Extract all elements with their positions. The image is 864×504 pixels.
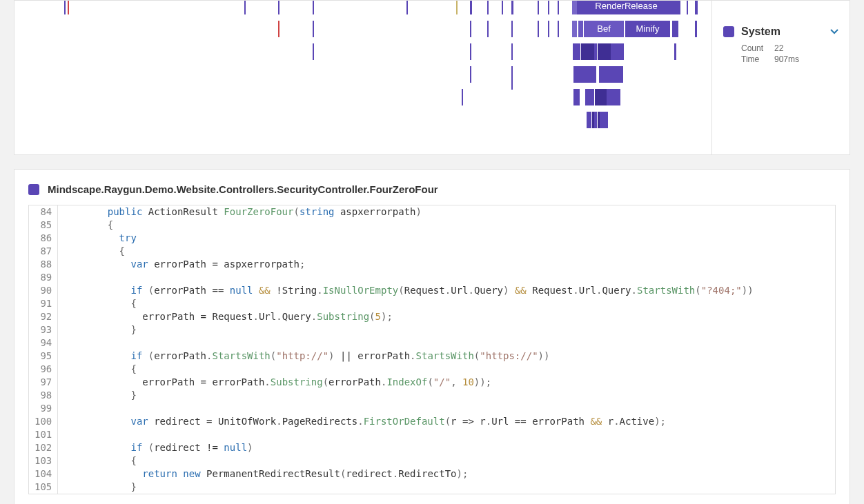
code-view: 8485868788899091929394959697989910010110… — [28, 205, 836, 494]
flame-tick — [511, 66, 513, 90]
flame-tick — [687, 1, 688, 14]
flame-sidebar: System Count 22 Time 907ms — [711, 1, 850, 154]
flame-tick — [462, 89, 463, 105]
flame-tick — [695, 1, 698, 14]
flame-tick — [538, 21, 539, 37]
code-title: Mindscape.Raygun.Demo.Website.Controller… — [48, 183, 438, 195]
flame-tick — [64, 1, 66, 14]
flame-tick — [456, 1, 458, 14]
flame-segment[interactable] — [578, 21, 583, 37]
flame-graph-panel: RenderRelease Bef Minify — [14, 0, 850, 155]
category-color-swatch — [723, 26, 734, 37]
flame-tick — [511, 21, 513, 37]
flame-tick — [695, 21, 697, 37]
flame-tick — [548, 21, 549, 37]
flame-tick — [487, 21, 489, 37]
flame-tick — [558, 1, 559, 14]
flame-segment[interactable] — [597, 43, 611, 60]
flame-tick — [313, 43, 314, 60]
flame-graph-area[interactable]: RenderRelease Bef Minify — [14, 1, 711, 154]
line-gutter: 8485868788899091929394959697989910010110… — [29, 205, 58, 494]
flame-tick — [538, 1, 539, 14]
count-label: Count — [741, 43, 765, 53]
flame-tick — [511, 43, 513, 60]
flame-segment[interactable] — [580, 43, 594, 60]
flame-tick — [470, 43, 471, 60]
category-stats: Count 22 Time 907ms — [741, 43, 838, 64]
flame-tick — [244, 1, 246, 14]
flame-tick — [406, 1, 408, 14]
flame-tick — [470, 66, 471, 83]
flame-tick — [278, 21, 279, 37]
flame-tick — [313, 1, 314, 14]
flame-tick — [313, 21, 314, 37]
flame-segment[interactable] — [573, 66, 596, 83]
code-panel: Mindscape.Raygun.Demo.Website.Controller… — [14, 169, 850, 504]
flame-segment[interactable] — [571, 1, 577, 14]
flame-segment[interactable] — [597, 112, 600, 128]
flame-segment[interactable] — [671, 21, 678, 37]
time-value: 907ms — [774, 54, 799, 64]
flame-tick — [68, 1, 69, 14]
flame-block-bef[interactable]: Bef — [583, 21, 624, 37]
code-color-swatch — [28, 184, 39, 195]
chevron-down-icon — [830, 27, 838, 37]
flame-tick — [470, 21, 471, 37]
flame-block-renderrelease[interactable]: RenderRelease — [571, 1, 680, 14]
flame-tick — [511, 1, 513, 14]
category-system[interactable]: System — [723, 26, 838, 38]
flame-block-minify[interactable]: Minify — [625, 21, 670, 37]
flame-segment[interactable] — [571, 21, 577, 37]
flame-tick — [487, 1, 489, 14]
flame-segment[interactable] — [591, 112, 594, 128]
category-title: System — [741, 26, 780, 38]
flame-tick — [278, 1, 279, 14]
flame-tick — [470, 1, 472, 14]
code-body[interactable]: public ActionResult FourZeroFour(string … — [58, 205, 835, 494]
flame-tick — [548, 1, 549, 14]
flame-segment[interactable] — [573, 89, 580, 105]
code-title-row: Mindscape.Raygun.Demo.Website.Controller… — [28, 183, 836, 195]
flame-segment[interactable] — [598, 66, 623, 83]
time-label: Time — [741, 54, 765, 64]
flame-tick — [558, 21, 559, 37]
flame-segment[interactable] — [674, 43, 676, 60]
flame-segment[interactable] — [594, 89, 607, 105]
count-value: 22 — [774, 43, 783, 53]
flame-tick — [502, 1, 503, 14]
